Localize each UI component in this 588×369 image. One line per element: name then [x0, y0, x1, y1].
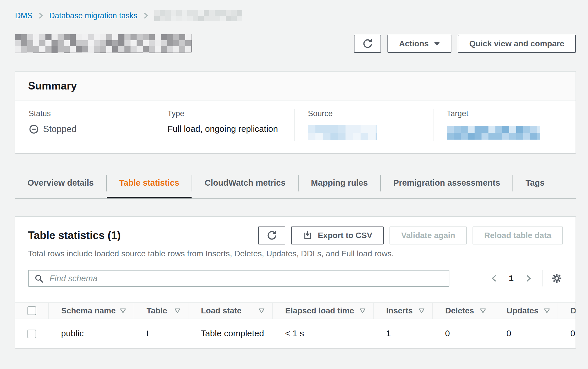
source-endpoint-redacted-link[interactable]	[308, 125, 377, 140]
reload-table-data-button[interactable]: Reload table data	[473, 226, 563, 244]
next-page-icon[interactable]	[522, 274, 534, 283]
breadcrumb: DMS Database migration tasks	[15, 0, 576, 21]
actions-button[interactable]: Actions	[387, 35, 451, 53]
tab-tags[interactable]: Tags	[513, 172, 557, 198]
export-csv-label: Export to CSV	[318, 231, 372, 240]
breadcrumb-current-redacted	[154, 10, 242, 21]
cell-schema: public	[48, 319, 134, 348]
current-page-number[interactable]: 1	[500, 273, 522, 283]
target-label: Target	[447, 109, 567, 118]
refresh-icon	[267, 230, 277, 241]
column-header-load-state: Load state	[201, 306, 242, 315]
pagination: 1	[488, 270, 563, 286]
validate-again-button[interactable]: Validate again	[389, 226, 467, 244]
cell-table: t	[134, 319, 188, 348]
quick-view-compare-button[interactable]: Quick view and compare	[458, 35, 576, 53]
tab-table-statistics[interactable]: Table statistics	[107, 172, 192, 198]
cell-updates: 0	[494, 319, 558, 348]
column-header-inserts: Inserts	[386, 306, 413, 315]
filter-icon[interactable]	[544, 308, 550, 313]
status-text: Stopped	[43, 124, 77, 134]
tab-cloudwatch-metrics[interactable]: CloudWatch metrics	[192, 172, 298, 198]
caret-down-icon	[434, 42, 440, 46]
table-header-row: Schema name Table Load state Elapsed loa…	[15, 303, 576, 319]
table-refresh-button[interactable]	[258, 226, 285, 244]
select-all-checkbox[interactable]	[27, 306, 36, 315]
target-endpoint-redacted-link[interactable]	[447, 126, 540, 140]
breadcrumb-dms-link[interactable]: DMS	[15, 11, 32, 20]
table-row: public t Table completed < 1 s 1 0 0 0	[15, 319, 576, 348]
summary-status-column: Status Stopped	[15, 109, 154, 141]
header-buttons: Actions Quick view and compare	[354, 35, 576, 53]
summary-source-column: Source	[294, 109, 433, 141]
table-statistics-buttons: Export to CSV Validate again Reload tabl…	[258, 226, 563, 244]
chevron-right-icon	[143, 12, 148, 20]
status-label: Status	[29, 109, 145, 118]
filter-icon[interactable]	[258, 308, 265, 313]
filter-icon[interactable]	[174, 308, 181, 313]
row-checkbox[interactable]	[27, 330, 36, 338]
table-statistics-header: Table statistics (1) Export to CSV Valid…	[15, 217, 576, 244]
summary-card-header: Summary	[15, 72, 576, 101]
summary-type-column: Type Full load, ongoing replication	[154, 109, 295, 141]
table-statistics-title: Table statistics (1)	[28, 229, 121, 242]
tab-overview-details[interactable]: Overview details	[15, 172, 106, 198]
page-header: Actions Quick view and compare	[15, 34, 576, 53]
column-header-updates: Updates	[507, 306, 539, 315]
filter-icon[interactable]	[359, 308, 366, 313]
type-value: Full load, ongoing replication	[168, 124, 286, 134]
search-row: 1	[15, 270, 576, 287]
column-header-ddls: DDLs	[571, 306, 576, 315]
filter-icon[interactable]	[418, 308, 425, 313]
table-statistics-table: Schema name Table Load state Elapsed loa…	[15, 302, 576, 348]
summary-card: Summary Status Stopped Type Full load, o…	[15, 71, 576, 153]
pagination-separator	[542, 270, 543, 286]
filter-icon[interactable]	[480, 308, 486, 313]
download-icon	[303, 231, 313, 240]
stopped-status-icon	[29, 124, 39, 134]
refresh-icon	[362, 39, 373, 49]
filter-icon[interactable]	[120, 308, 126, 313]
cell-inserts: 1	[373, 319, 432, 348]
column-header-schema: Schema name	[61, 306, 116, 315]
validate-again-label: Validate again	[401, 231, 455, 240]
reload-table-data-label: Reload table data	[484, 231, 551, 240]
table-statistics-card: Table statistics (1) Export to CSV Valid…	[15, 216, 576, 348]
table-statistics-description: Total rows include loaded source table r…	[15, 249, 576, 258]
export-csv-button[interactable]: Export to CSV	[291, 226, 384, 244]
cell-ddls: 0	[558, 319, 576, 348]
cell-load-state: Table completed	[188, 319, 272, 348]
gear-icon[interactable]	[551, 272, 563, 284]
quick-view-compare-label: Quick view and compare	[469, 39, 564, 48]
task-name-redacted	[15, 34, 192, 53]
chevron-right-icon	[38, 12, 43, 20]
actions-button-label: Actions	[399, 39, 429, 48]
column-header-elapsed: Elapsed load time	[285, 306, 354, 315]
source-label: Source	[308, 109, 425, 118]
previous-page-icon[interactable]	[488, 274, 500, 283]
column-header-table: Table	[147, 306, 167, 315]
dms-task-page: DMS Database migration tasks Actions Qui…	[0, 0, 588, 348]
find-schema-input[interactable]	[28, 270, 449, 287]
type-label: Type	[168, 109, 286, 118]
column-header-deletes: Deletes	[445, 306, 474, 315]
cell-deletes: 0	[432, 319, 494, 348]
refresh-button[interactable]	[354, 35, 381, 53]
task-detail-tabs: Overview details Table statistics CloudW…	[15, 172, 576, 199]
summary-body: Status Stopped Type Full load, ongoing r…	[15, 101, 576, 153]
status-value: Stopped	[29, 124, 145, 134]
tab-mapping-rules[interactable]: Mapping rules	[299, 172, 381, 198]
tab-premigration-assessments[interactable]: Premigration assessments	[381, 172, 512, 198]
schema-search	[28, 270, 449, 287]
breadcrumb-tasks-link[interactable]: Database migration tasks	[49, 11, 137, 20]
summary-target-column: Target	[433, 109, 576, 141]
cell-elapsed: < 1 s	[272, 319, 373, 348]
summary-title: Summary	[28, 80, 77, 92]
